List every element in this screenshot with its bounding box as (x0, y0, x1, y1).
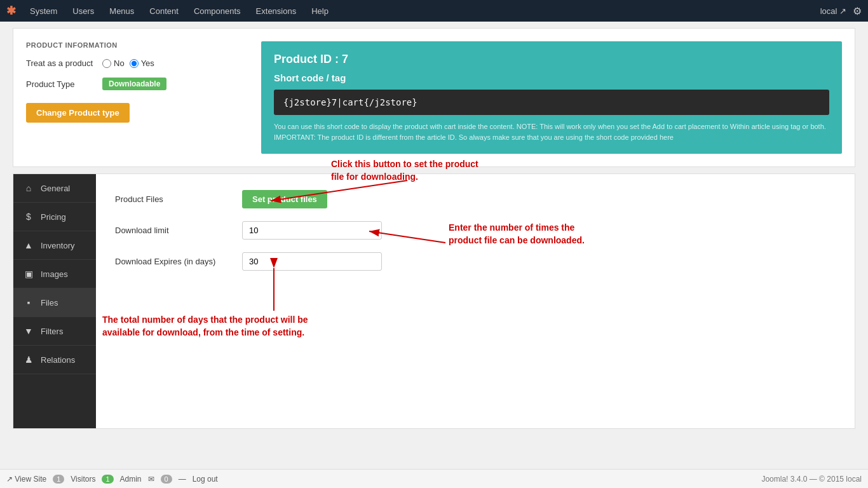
product-id-card: Product ID : 7 Short code / tag {j2store… (261, 41, 842, 154)
radio-no[interactable] (102, 59, 111, 68)
treat-label: Treat as a product (26, 58, 96, 68)
files-icon: ▪ (23, 297, 34, 308)
product-type-badge: Downloadable (102, 78, 166, 90)
set-product-files-button[interactable]: Set product files (242, 190, 327, 208)
image-icon: ▣ (23, 269, 34, 279)
download-expires-label: Download Expires (in days) (115, 257, 229, 266)
chart-icon: ▲ (23, 240, 34, 250)
sidebar: ⌂ General $ Pricing ▲ Inventory ▣ Images… (13, 174, 96, 428)
topbar-right: local ↗ ⚙ (820, 5, 862, 17)
radio-no-label: No (114, 58, 125, 68)
menu-content[interactable]: Content (142, 0, 186, 22)
download-expires-input[interactable] (242, 252, 382, 271)
treat-radio-group: No Yes (102, 58, 154, 68)
menu-components[interactable]: Components (186, 0, 248, 22)
menu-users[interactable]: Users (65, 0, 102, 22)
product-info-card: PRODUCT INFORMATION Treat as a product N… (13, 28, 855, 167)
product-info-left: PRODUCT INFORMATION Treat as a product N… (26, 41, 248, 154)
joomla-logo: ✱ (6, 4, 16, 18)
download-limit-label: Download limit (115, 226, 229, 235)
sidebar-item-inventory[interactable]: ▲ Inventory (13, 231, 96, 260)
product-id-title: Product ID : 7 (274, 53, 829, 66)
sidebar-label-pricing: Pricing (41, 212, 66, 222)
sidebar-item-general[interactable]: ⌂ General (13, 174, 96, 203)
radio-yes-option[interactable]: Yes (130, 58, 154, 68)
sidebar-label-filters: Filters (41, 327, 63, 336)
shortcode-subtitle: Short code / tag (274, 72, 829, 83)
radio-yes-label: Yes (141, 58, 154, 68)
home-icon: ⌂ (23, 183, 34, 193)
sidebar-item-files[interactable]: ▪ Files (13, 288, 96, 317)
treat-as-product-row: Treat as a product No Yes (26, 58, 248, 68)
sidebar-label-files: Files (41, 298, 58, 308)
gear-icon[interactable]: ⚙ (853, 5, 862, 17)
product-files-label: Product Files (115, 194, 229, 204)
download-expires-group: Download Expires (in days) (115, 252, 836, 271)
product-type-row: Product Type Downloadable (26, 78, 248, 90)
annotation-download-expires: The total number of days that the produc… (102, 314, 308, 339)
relations-icon: ♟ (23, 355, 34, 365)
main-panel: Product Files Set product files Download… (96, 174, 855, 428)
annotation-set-product-files: Click this button to set the productfile… (331, 158, 478, 183)
shortcode-box: {j2store}7|cart{/j2store} (274, 90, 829, 115)
product-files-group: Product Files Set product files (115, 190, 836, 208)
sidebar-label-general: General (41, 184, 70, 193)
menu-menus[interactable]: Menus (102, 0, 142, 22)
change-product-type-button[interactable]: Change Product type (26, 103, 130, 123)
menu-help[interactable]: Help (304, 0, 336, 22)
product-type-label: Product Type (26, 79, 96, 89)
sidebar-item-filters[interactable]: ▼ Filters (13, 317, 96, 346)
lower-section: ⌂ General $ Pricing ▲ Inventory ▣ Images… (13, 173, 855, 429)
top-menu: System Users Menus Content Components Ex… (22, 0, 820, 22)
section-title: PRODUCT INFORMATION (26, 41, 248, 49)
menu-system[interactable]: System (22, 0, 65, 22)
annotation-download-limit: Enter the number of times theproduct fil… (449, 222, 585, 247)
main-content: PRODUCT INFORMATION Treat as a product N… (0, 22, 868, 466)
download-limit-input[interactable] (242, 221, 382, 240)
radio-no-option[interactable]: No (102, 58, 125, 68)
sidebar-item-pricing[interactable]: $ Pricing (13, 203, 96, 231)
sidebar-item-relations[interactable]: ♟ Relations (13, 346, 96, 374)
filter-icon: ▼ (23, 326, 34, 336)
topbar-local[interactable]: local ↗ (820, 6, 846, 16)
sidebar-label-inventory: Inventory (41, 241, 74, 250)
sidebar-label-images: Images (41, 269, 68, 279)
dollar-icon: $ (23, 212, 34, 222)
menu-extensions[interactable]: Extensions (248, 0, 304, 22)
radio-yes[interactable] (130, 59, 139, 68)
product-id-description: You can use this short code to display t… (274, 121, 829, 142)
sidebar-item-images[interactable]: ▣ Images (13, 260, 96, 288)
sidebar-label-relations: Relations (41, 355, 75, 365)
topbar: ✱ System Users Menus Content Components … (0, 0, 868, 22)
annotation-arrows (96, 174, 855, 428)
